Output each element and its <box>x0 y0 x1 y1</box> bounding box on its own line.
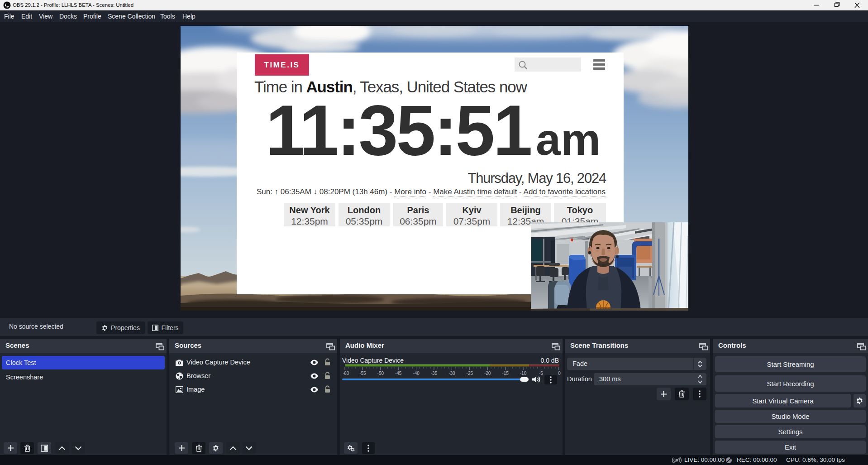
svg-text:-15: -15 <box>502 371 509 376</box>
svg-text:-20: -20 <box>484 371 491 376</box>
svg-text:-50: -50 <box>377 371 384 376</box>
svg-text:-40: -40 <box>413 371 420 376</box>
svg-text:-30: -30 <box>448 371 455 376</box>
svg-text:-25: -25 <box>467 371 473 376</box>
svg-text:-60: -60 <box>343 371 349 376</box>
svg-text:-45: -45 <box>395 371 402 376</box>
svg-text:-35: -35 <box>431 371 438 376</box>
svg-text:-55: -55 <box>359 371 366 376</box>
svg-text:-10: -10 <box>520 371 527 376</box>
svg-text:0: 0 <box>558 371 561 376</box>
